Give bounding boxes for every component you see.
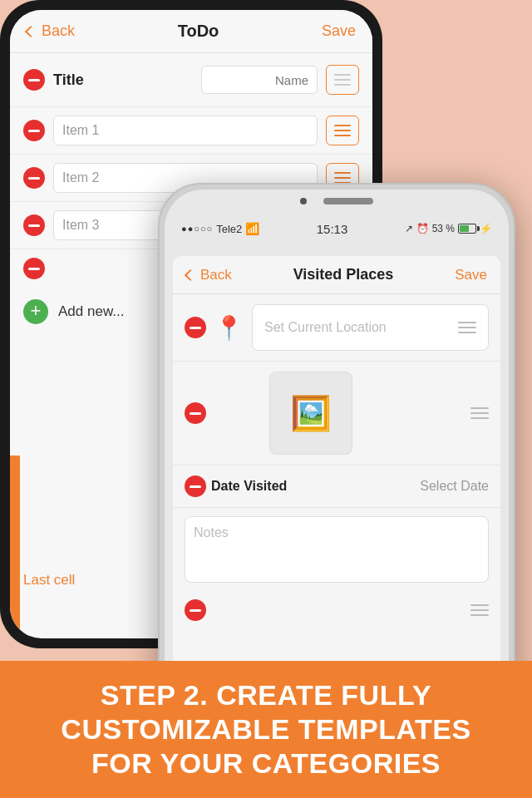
banner-text: STEP 2. CREATE FULLY CUSTOMIZABLE TEMPLA… [61,678,470,780]
back-nav: Back ToDo Save [10,10,372,53]
photo-lines-icon [470,407,489,419]
bottom-row [173,591,500,629]
alarm-icon: ⏰ [416,223,429,234]
add-new-label: Add new... [58,303,124,320]
bottom-lines-icon [470,604,489,616]
notes-area[interactable]: Notes [185,516,489,583]
speaker-slot [323,198,373,204]
notes-placeholder: Notes [194,525,229,539]
front-nav-title: Visited Places [293,266,394,283]
photo-box[interactable]: 🖼️ [269,372,352,455]
time-label: 15:13 [317,222,348,236]
lines-icon [334,74,351,86]
camera-area [300,198,373,204]
remove-item1-button[interactable] [23,120,45,141]
remove-item2-button[interactable] [23,167,45,189]
location-input-box[interactable]: Set Current Location [252,304,489,351]
remove-empty-button[interactable] [23,258,45,279]
item1-input[interactable] [53,116,318,145]
photo-row: 🖼️ [173,362,500,466]
date-row: Date Visited Select Date [173,466,500,508]
bottom-banner: STEP 2. CREATE FULLY CUSTOMIZABLE TEMPLA… [0,661,532,798]
front-back-button[interactable]: Back [186,267,232,283]
status-right: ↗ ⏰ 53 % ⚡ [405,223,492,234]
signal-dots: ●●○○○ [181,224,213,234]
location-row: 📍 Set Current Location [173,294,500,362]
battery-icon [458,224,476,234]
remove-date-button[interactable] [185,475,206,497]
lines-icon [334,125,351,136]
battery-fill [460,225,469,232]
chevron-left-icon [185,268,196,280]
location-pin-icon: 📍 [214,314,244,342]
carrier-label: Tele2 [216,223,242,235]
chevron-left-icon [25,25,37,37]
title-label: Title [53,71,193,89]
date-label: Date Visited [211,479,287,494]
front-nav: Back Visited Places Save [173,256,500,294]
location-placeholder: Set Current Location [264,320,387,335]
title-icon-box [326,65,359,95]
title-row: Title [10,53,372,107]
title-input[interactable] [201,66,318,94]
remove-title-button[interactable] [23,69,45,91]
bolt-icon: ⚡ [480,223,492,234]
remove-location-button[interactable] [185,317,206,338]
status-bar: ●●○○○ Tele2 📶 15:13 ↗ ⏰ 53 % ⚡ [165,219,509,238]
save-button[interactable]: Save [322,22,356,40]
nav-title: ToDo [178,22,219,41]
item-1-row [10,107,372,155]
battery-percent: 53 % [432,223,455,234]
add-new-button[interactable] [23,299,48,324]
item1-icon-box [326,116,359,145]
location-icon: ↗ [405,223,413,234]
photo-icon: 🖼️ [290,394,332,433]
orange-accent-bar [10,456,20,638]
lines-icon [334,172,351,184]
last-cell-row: Last cell [23,572,75,589]
wifi-icon: 📶 [245,222,259,235]
date-select-button[interactable]: Select Date [420,479,489,494]
lines-icon [458,322,476,333]
remove-item3-button[interactable] [23,214,45,236]
status-left: ●●○○○ Tele2 📶 [181,222,259,235]
last-cell-label: Last cell [23,572,75,588]
back-button[interactable]: Back [27,22,75,40]
camera-dot [300,198,307,204]
remove-bottom-button[interactable] [185,599,206,621]
remove-photo-button[interactable] [185,402,206,424]
front-save-button[interactable]: Save [455,267,487,283]
